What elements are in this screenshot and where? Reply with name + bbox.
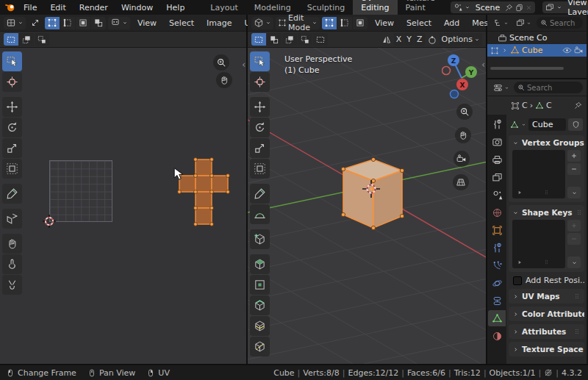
shape-key-remove-button[interactable] (567, 233, 581, 245)
uv-menu-image[interactable]: Image (201, 17, 237, 29)
breadcrumb-data[interactable]: C (546, 101, 552, 110)
tool-box-select[interactable] (251, 33, 266, 46)
mode-selector[interactable]: Edit Mode (276, 17, 320, 29)
knife-tool[interactable] (250, 337, 270, 356)
tab-constraints[interactable] (488, 293, 506, 309)
uv-select-face-button[interactable] (76, 17, 90, 29)
pin-icon[interactable] (574, 101, 582, 110)
hide-viewport-icon[interactable] (562, 46, 572, 55)
tab-world[interactable] (488, 204, 506, 221)
panel-vertex-groups-header[interactable]: Vertex Groups (509, 135, 584, 150)
add-cube-tool[interactable] (250, 229, 270, 249)
uv-grab-tool[interactable] (2, 234, 22, 254)
grip-icon[interactable] (543, 259, 550, 265)
viewport-region-collapse-icon[interactable]: ‹ (481, 60, 485, 70)
add-rest-position-checkbox[interactable] (513, 276, 522, 285)
tab-uv-editing[interactable]: UV Editing (353, 0, 397, 15)
outliner-display-mode-button[interactable] (514, 17, 534, 29)
select-mode-edge-button[interactable] (337, 17, 352, 29)
vertex-groups-list[interactable] (512, 150, 565, 198)
uv-select-edge-button[interactable] (60, 17, 75, 29)
panel-shape-keys-header[interactable]: Shape Keys (509, 205, 584, 220)
mesh-data-icon[interactable] (510, 121, 519, 129)
outliner-row-scene-collection[interactable]: Scene Co (487, 32, 587, 44)
cursor-tool[interactable] (250, 72, 270, 92)
shape-key-specials-button[interactable] (567, 257, 581, 268)
uv-sticky-select-button[interactable] (108, 17, 130, 29)
shape-keys-list[interactable] (512, 220, 565, 268)
outliner-scrollbar[interactable] (490, 67, 564, 70)
inset-faces-tool[interactable] (250, 275, 270, 295)
loop-cut-tool[interactable] (250, 316, 270, 336)
uv-tweak-tool[interactable] (2, 51, 22, 71)
menu-edit[interactable]: Edit (44, 2, 71, 13)
mirror-icon[interactable] (381, 35, 392, 45)
viewport-perspective-button[interactable] (453, 174, 469, 190)
grip-icon[interactable] (573, 293, 581, 300)
annotate-tool[interactable] (250, 184, 270, 204)
outliner-editor-type-button[interactable] (491, 17, 511, 29)
bevel-tool[interactable] (250, 295, 270, 315)
tab-particles[interactable] (488, 257, 506, 273)
tab-object[interactable] (488, 222, 506, 238)
uv-tool-subtract-select[interactable] (35, 33, 49, 46)
menu-file[interactable]: File (18, 2, 43, 13)
tab-modifiers[interactable] (488, 240, 506, 256)
viewport-pan-button[interactable] (455, 127, 471, 143)
uv-menu-select[interactable]: Select (164, 17, 199, 29)
tab-view-layer[interactable] (488, 169, 506, 185)
measure-tool[interactable] (250, 204, 270, 224)
vertex-group-add-button[interactable] (567, 150, 581, 162)
uv-move-tool[interactable] (2, 97, 22, 117)
uv-relax-tool[interactable] (2, 254, 22, 274)
vertex-group-specials-button[interactable] (567, 187, 581, 198)
mirror-x-toggle[interactable]: X (394, 33, 404, 46)
tool-select-new[interactable] (267, 33, 282, 46)
tool-select-extend[interactable] (282, 33, 297, 46)
viewport-camera-button[interactable] (453, 151, 470, 167)
shape-key-add-button[interactable] (567, 220, 581, 232)
uv-annotate-tool[interactable] (2, 184, 22, 204)
filter-expand-icon[interactable] (517, 190, 523, 196)
uv-rotate-tool[interactable] (2, 118, 22, 137)
uv-zoom-button[interactable] (213, 54, 229, 71)
mesh-data-icon[interactable] (535, 101, 544, 110)
options-dropdown[interactable]: Options (440, 33, 482, 46)
panel-color-attributes-header[interactable]: Color Attributes (509, 306, 584, 321)
tab-tool[interactable] (488, 116, 506, 132)
view-layer-selector[interactable]: View Layer (542, 1, 588, 13)
view-menu[interactable]: View (370, 17, 399, 29)
transform-tool[interactable] (250, 159, 270, 179)
tool-select-subtract[interactable] (298, 33, 312, 46)
uv-select-island-button[interactable] (91, 17, 106, 29)
fake-user-button[interactable] (568, 118, 583, 131)
vertex-group-remove-button[interactable] (567, 163, 581, 175)
object-icon[interactable] (511, 101, 520, 110)
uv-menu-view[interactable]: View (132, 17, 162, 29)
uv-canvas[interactable]: ‹ (0, 48, 246, 364)
select-menu[interactable]: Select (401, 17, 437, 29)
uv-pinch-tool[interactable] (2, 275, 22, 295)
mirror-z-toggle[interactable]: Z (415, 33, 425, 46)
tab-output[interactable] (488, 151, 506, 168)
datablock-name-field[interactable]: Cube (528, 118, 566, 131)
tab-render[interactable] (488, 134, 506, 150)
move-tool[interactable] (250, 97, 270, 117)
close-icon[interactable] (526, 4, 532, 11)
uv-pan-button[interactable] (216, 72, 232, 88)
mirror-y-toggle[interactable]: Y (404, 33, 414, 46)
tab-texture-paint[interactable]: Texture Paint (398, 0, 443, 15)
add-menu[interactable]: Add (439, 17, 465, 29)
panel-attributes-header[interactable]: Attributes (509, 324, 584, 339)
tab-physics[interactable] (488, 275, 506, 291)
grip-icon[interactable] (573, 328, 581, 335)
properties-search[interactable] (514, 82, 583, 93)
uv-editor-type-button[interactable] (4, 17, 26, 29)
expand-icon[interactable] (501, 47, 508, 54)
tab-material[interactable] (488, 328, 506, 344)
breadcrumb-object[interactable]: C (522, 101, 528, 110)
uv-region-collapse-icon[interactable]: ‹ (242, 60, 245, 70)
tab-layout[interactable]: Layout (202, 1, 245, 15)
uv-tool-box-select[interactable] (4, 33, 18, 46)
properties-search-input[interactable] (527, 84, 579, 92)
